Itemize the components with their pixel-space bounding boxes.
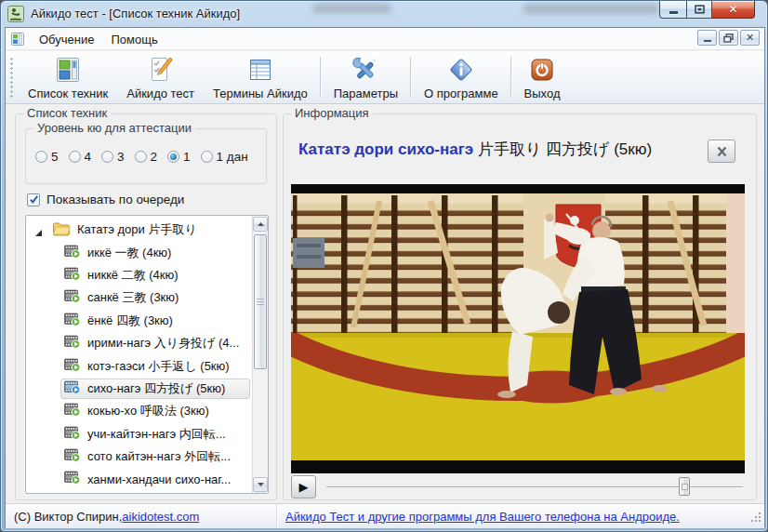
radio-label: 1 — [183, 150, 191, 164]
mdi-restore-button[interactable] — [719, 30, 738, 46]
site-link[interactable]: aikidotest.com — [122, 510, 199, 524]
toolbar-button-5[interactable]: О программе — [415, 51, 508, 104]
maximize-button[interactable] — [686, 1, 712, 19]
android-apps-link[interactable]: Айкидо Тест и другие программы для Вашег… — [285, 510, 680, 524]
tree-item[interactable]: Кататэ дори 片手取り — [26, 219, 252, 241]
close-button[interactable]: ✕ — [712, 1, 755, 19]
restore-icon — [695, 5, 705, 14]
menu-item-help[interactable]: Помощь — [102, 30, 166, 49]
aikido-terms-icon — [245, 55, 275, 85]
kyu-radio-2[interactable]: 2 — [135, 150, 158, 164]
tree-item-content: санкё 三教 (3кю) — [60, 287, 184, 308]
toolbar-button-label: Список техник — [28, 86, 108, 100]
seek-thumb[interactable] — [679, 477, 690, 496]
tree-item-label: учи-кайтэн-нагэ 内回転... — [87, 426, 226, 443]
radio-label: 2 — [151, 150, 158, 164]
arrow-up-icon — [258, 222, 264, 226]
app-window: Айкидо тест - [Список техник Айкидо] ✕ О… — [0, 0, 768, 532]
arrow-down-icon — [258, 483, 264, 486]
toolbar-button-2[interactable]: Айкидо тест — [117, 51, 204, 104]
minimize-button[interactable] — [659, 1, 686, 19]
tree-item-label: санкё 三教 (3кю) — [87, 289, 179, 306]
toolbar-button-label: О программе — [424, 86, 498, 100]
toolbar-button-6[interactable]: Выход — [515, 51, 570, 104]
radio-icon — [35, 151, 47, 163]
censored-blur — [523, 4, 658, 14]
kyu-level-group: Уровень кю для аттестации 543211 дан — [25, 128, 267, 184]
expand-triangle-icon[interactable] — [34, 226, 43, 234]
tree-item[interactable]: никкё 二教 (4кю) — [26, 264, 252, 286]
techniques-tree: Кататэ дори 片手取りиккё 一教 (4кю)никкё 二教 (4… — [25, 215, 269, 494]
toolbar-button-label: Айкидо тест — [126, 86, 194, 100]
technique-title-name: Кататэ дори сихо-нагэ — [298, 140, 473, 158]
radio-label: 4 — [85, 150, 92, 164]
toolbar-grip[interactable] — [10, 57, 13, 98]
window-controls: ✕ — [659, 1, 755, 19]
tree-item-content: учи-кайтэн-нагэ 内回転... — [60, 424, 232, 445]
toolbar-button-label: Термины Айкидо — [213, 86, 308, 100]
tree-item-content: котэ-гаэси 小手返し (5кю) — [60, 356, 235, 377]
tree-item-label: никкё 二教 (4кю) — [87, 267, 179, 284]
tree-item[interactable]: кокью-хо 呼吸法 (3кю) — [26, 400, 252, 422]
folder-icon — [52, 221, 71, 239]
scroll-down-button[interactable] — [253, 477, 268, 492]
tree-item-content: ирими-нагэ 入り身投げ (4... — [60, 333, 245, 353]
video-clip-icon — [64, 380, 81, 397]
client-area: Список техник Уровень кю для аттестации … — [6, 105, 764, 502]
toolbar-button-1[interactable]: Список техник — [19, 51, 117, 104]
kyu-radio-1-дан[interactable]: 1 дан — [201, 150, 248, 164]
check-icon — [29, 194, 39, 205]
tree-item[interactable]: ирими-нагэ 入り身投げ (4... — [26, 332, 252, 354]
techniques-list-icon — [53, 55, 83, 85]
toolbar-button-3[interactable]: Термины Айкидо — [204, 51, 317, 104]
tree-item[interactable]: иккё 一教 (4кю) — [26, 241, 252, 263]
tree-item-label: сото кайтэн-нагэ 外回転... — [87, 448, 231, 465]
mdi-minimize-button[interactable] — [697, 30, 717, 46]
toolbar-button-label: Выход — [524, 86, 561, 100]
title-bar[interactable]: Айкидо тест - [Список техник Айкидо] ✕ — [1, 1, 768, 27]
tree-item[interactable]: ёнкё 四教 (3кю) — [26, 310, 252, 332]
kyu-radio-3[interactable]: 3 — [101, 150, 125, 164]
scrollbar-thumb[interactable] — [254, 234, 267, 369]
info-group: Информация Кататэ дори сихо-нагэ 片手取り 四方… — [283, 113, 757, 500]
aikido-test-icon — [146, 55, 176, 85]
tree-scrollbar[interactable] — [252, 216, 268, 493]
radio-label: 3 — [117, 150, 125, 164]
show-in-turn-option[interactable]: Показывать по очереди — [27, 193, 184, 206]
show-in-turn-checkbox[interactable] — [27, 193, 40, 206]
tree-item-label: котэ-гаэси 小手返し (5кю) — [87, 358, 230, 375]
censored-blur — [312, 4, 391, 13]
tree-item[interactable]: учи-кайтэн-нагэ 内回転... — [26, 423, 252, 446]
tree-item[interactable]: котэ-гаэси 小手返し (5кю) — [26, 354, 252, 377]
tree-item-content: ханми-хандачи сихо-наг... — [60, 469, 236, 489]
toolbar-button-4[interactable]: Параметры — [324, 51, 407, 104]
window-title: Айкидо тест - [Список техник Айкидо] — [31, 7, 240, 20]
kyu-radio-4[interactable]: 4 — [69, 150, 92, 164]
tree-item[interactable]: ханми-хандачи сихо-наг... — [26, 468, 252, 490]
radio-icon — [101, 151, 113, 163]
kyu-radio-1[interactable]: 1 — [167, 150, 191, 164]
video-player[interactable] — [291, 184, 745, 473]
toolbar-separator — [410, 57, 412, 98]
tree-item-label: Кататэ дори 片手取り — [77, 221, 197, 238]
status-promo-pane: Айкидо Тест и другие программы для Вашег… — [277, 504, 764, 528]
radio-icon — [201, 151, 213, 163]
scroll-up-button[interactable] — [253, 217, 268, 232]
kyu-level-group-title: Уровень кю для аттестации — [33, 121, 195, 135]
tree-item[interactable]: сото кайтэн-нагэ 外回転... — [26, 446, 252, 468]
tree-item[interactable]: санкё 三教 (3кю) — [26, 286, 252, 309]
play-button[interactable]: ▶ — [291, 475, 316, 499]
mdi-restore-icon — [723, 33, 734, 43]
exit-power-icon — [527, 55, 557, 85]
mdi-close-button[interactable]: ✕ — [740, 30, 760, 46]
tree-item[interactable]: сихо-нагэ 四方投げ (5кю) — [26, 378, 252, 400]
mdi-close-icon: ✕ — [746, 32, 754, 44]
hide-info-button[interactable] — [708, 140, 735, 163]
about-info-icon — [446, 55, 476, 85]
tree-item-content: сихо-нагэ 四方投げ (5кю) — [60, 379, 250, 399]
kyu-radio-5[interactable]: 5 — [35, 150, 59, 164]
menu-item-training[interactable]: Обучение — [31, 30, 102, 49]
show-in-turn-label: Показывать по очереди — [46, 193, 184, 206]
video-frame-scene — [291, 193, 745, 460]
resize-grip[interactable] — [750, 512, 762, 526]
